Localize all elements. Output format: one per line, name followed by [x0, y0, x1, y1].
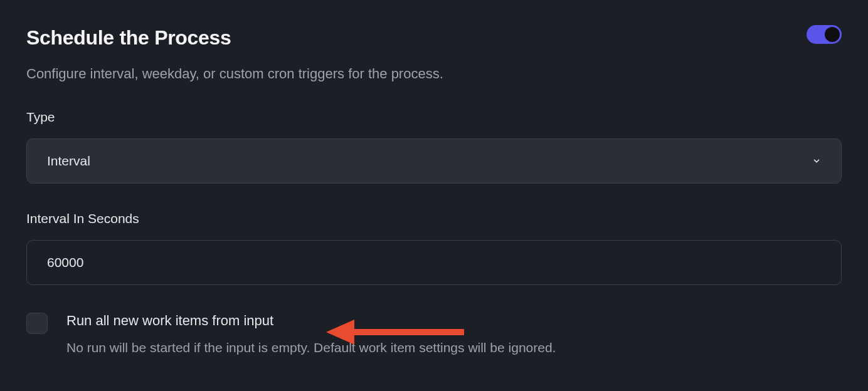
chevron-down-icon — [812, 157, 821, 165]
run-all-checkbox[interactable] — [26, 313, 48, 334]
page-subtitle: Configure interval, weekday, or custom c… — [26, 66, 842, 82]
type-select[interactable]: Interval — [26, 138, 842, 184]
type-label: Type — [26, 110, 842, 125]
schedule-enabled-toggle[interactable] — [807, 25, 842, 44]
run-all-checkbox-label: Run all new work items from input — [66, 313, 556, 329]
run-all-checkbox-help: No run will be started if the input is e… — [66, 340, 556, 355]
type-select-value: Interval — [47, 154, 90, 169]
page-title: Schedule the Process — [26, 26, 231, 50]
interval-input-container — [26, 240, 842, 285]
toggle-knob — [825, 27, 840, 42]
interval-input[interactable] — [47, 255, 821, 270]
interval-label: Interval In Seconds — [26, 211, 842, 226]
